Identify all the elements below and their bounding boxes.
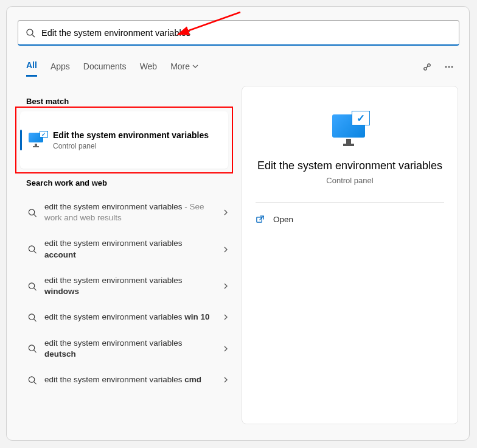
search-icon xyxy=(27,376,37,385)
tab-all[interactable]: All xyxy=(26,60,37,77)
open-icon xyxy=(256,215,265,224)
suggestion-item[interactable]: edit the system environment variables wi… xyxy=(26,268,231,304)
tab-more[interactable]: More xyxy=(170,61,198,76)
svg-point-13 xyxy=(29,314,34,320)
svg-point-15 xyxy=(29,345,34,351)
search-bar[interactable] xyxy=(18,20,459,46)
search-icon xyxy=(27,245,37,254)
svg-point-2 xyxy=(424,68,427,70)
tab-apps[interactable]: Apps xyxy=(50,61,70,76)
open-label: Open xyxy=(273,215,293,224)
chevron-right-icon xyxy=(222,209,229,216)
suggestion-text: edit the system environment variables cm… xyxy=(44,374,215,385)
tab-documents[interactable]: Documents xyxy=(83,61,127,76)
search-icon xyxy=(27,208,37,217)
chevron-right-icon xyxy=(222,345,229,352)
detail-title: Edit the system environment variables xyxy=(245,159,454,172)
suggestion-item[interactable]: edit the system environment variables de… xyxy=(26,331,231,367)
suggestion-item[interactable]: edit the system environment variables - … xyxy=(26,194,231,231)
search-icon xyxy=(26,28,35,38)
suggestion-text: edit the system environment variables wi… xyxy=(44,312,215,323)
svg-line-1 xyxy=(32,35,35,37)
search-input[interactable] xyxy=(41,28,451,38)
best-match-label: Best match xyxy=(26,97,69,106)
open-action[interactable]: Open xyxy=(256,215,293,224)
svg-rect-19 xyxy=(257,217,262,222)
svg-line-14 xyxy=(34,319,37,321)
svg-line-12 xyxy=(34,288,37,290)
svg-point-5 xyxy=(448,66,450,68)
suggestion-item[interactable]: edit the system environment variables cm… xyxy=(26,367,231,393)
svg-point-7 xyxy=(29,209,34,215)
divider xyxy=(256,202,444,203)
control-panel-icon: ✓ xyxy=(330,111,370,146)
detail-panel: ✓ Edit the system environment variables … xyxy=(242,86,458,424)
org-icon[interactable] xyxy=(422,61,433,72)
search-icon xyxy=(27,282,37,291)
svg-point-11 xyxy=(29,282,34,288)
svg-line-8 xyxy=(34,214,37,217)
svg-line-10 xyxy=(34,251,37,253)
svg-point-9 xyxy=(29,246,34,251)
chevron-down-icon xyxy=(192,63,198,69)
tab-web[interactable]: Web xyxy=(140,61,158,76)
suggestion-item[interactable]: edit the system environment variables ac… xyxy=(26,231,231,267)
suggestion-text: edit the system environment variables - … xyxy=(44,201,215,223)
search-icon xyxy=(27,313,37,322)
suggestion-text: edit the system environment variables wi… xyxy=(44,275,215,297)
svg-line-18 xyxy=(34,382,37,384)
svg-point-4 xyxy=(445,66,447,68)
svg-point-0 xyxy=(27,29,33,35)
best-match-title: Edit the system environment variables xyxy=(53,130,209,141)
suggestion-item[interactable]: edit the system environment variables wi… xyxy=(26,304,231,330)
suggestion-text: edit the system environment variables de… xyxy=(44,338,215,360)
more-icon[interactable] xyxy=(444,61,454,72)
svg-point-17 xyxy=(29,376,34,382)
svg-point-6 xyxy=(451,66,453,68)
chevron-right-icon xyxy=(222,376,229,383)
header-actions xyxy=(422,61,454,72)
svg-line-16 xyxy=(34,351,37,353)
search-tabs: All Apps Documents Web More xyxy=(26,60,198,77)
suggestion-list: edit the system environment variables - … xyxy=(26,194,231,393)
best-match-result[interactable]: ✓ Edit the system environment variables … xyxy=(20,111,228,169)
detail-subtitle: Control panel xyxy=(326,176,373,185)
search-icon xyxy=(27,344,37,353)
work-web-label: Search work and web xyxy=(26,178,107,187)
chevron-right-icon xyxy=(222,313,229,321)
control-panel-icon: ✓ xyxy=(29,133,46,147)
chevron-right-icon xyxy=(222,282,229,290)
best-match-subtitle: Control panel xyxy=(53,142,209,150)
svg-point-3 xyxy=(428,64,430,66)
search-flyout: All Apps Documents Web More Best match ✓… xyxy=(6,6,470,441)
chevron-right-icon xyxy=(222,246,229,253)
suggestion-text: edit the system environment variables ac… xyxy=(44,238,215,260)
